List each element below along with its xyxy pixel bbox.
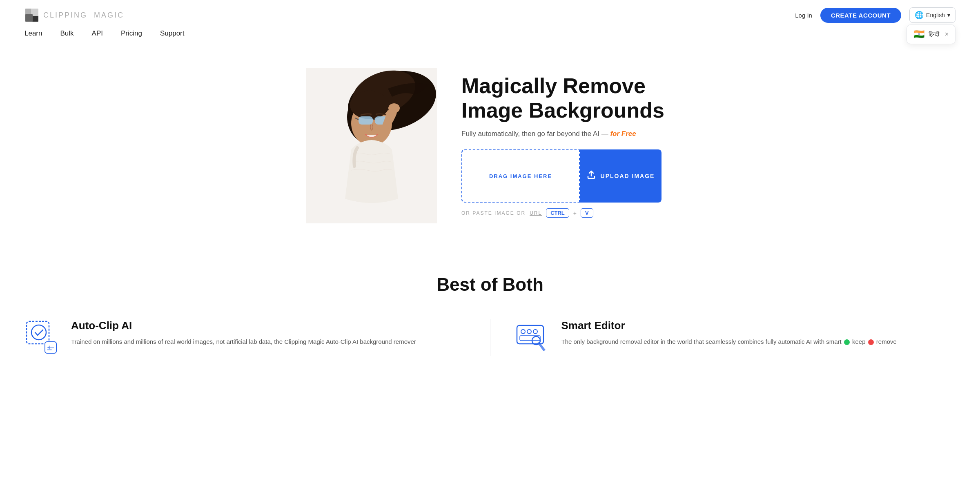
drag-image-zone[interactable]: DRAG IMAGE HERE [461, 149, 580, 203]
autoclip-icon [24, 319, 61, 356]
autoclip-title: Auto-Clip AI [71, 319, 416, 332]
svg-point-23 [521, 330, 525, 334]
language-label: English [926, 12, 945, 18]
svg-rect-11 [359, 116, 373, 125]
paste-row: OR PASTE IMAGE OR URL CTRL + V [461, 208, 674, 218]
svg-point-18 [31, 325, 46, 340]
paste-label: OR PASTE IMAGE OR [461, 210, 526, 216]
svg-point-25 [533, 330, 537, 334]
login-button[interactable]: Log In [795, 12, 812, 19]
smart-editor-content: Smart Editor The only background removal… [561, 319, 897, 347]
hero-woman-illustration [306, 68, 437, 223]
close-language-icon[interactable]: × [945, 31, 949, 38]
logo-text: CLIPPING MAGIC [43, 11, 124, 20]
nav-item-bulk[interactable]: Bulk [60, 29, 74, 38]
autoclip-icon-wrap [24, 319, 61, 356]
remove-dot-icon [868, 339, 874, 345]
hero-content: Magically Remove Image Backgrounds Fully… [461, 74, 674, 218]
best-of-both-title: Best of Both [24, 274, 956, 295]
globe-icon: 🌐 [915, 11, 924, 20]
ctrl-key-badge: CTRL [546, 208, 569, 218]
paste-url-link[interactable]: URL [530, 210, 542, 216]
best-of-both-section: Best of Both [0, 250, 980, 319]
plus-sign: + [573, 210, 577, 216]
smart-editor-title: Smart Editor [561, 319, 897, 332]
main-nav: Learn Bulk API Pricing Support [0, 23, 980, 38]
create-account-button[interactable]: CREATE ACCOUNT [820, 8, 901, 23]
svg-rect-21 [47, 349, 52, 350]
logo[interactable]: CLIPPING MAGIC [24, 8, 124, 22]
nav-item-support[interactable]: Support [160, 29, 185, 38]
v-key-badge: V [581, 208, 593, 218]
nav-item-pricing[interactable]: Pricing [121, 29, 142, 38]
keep-dot-icon [844, 339, 850, 345]
nav-item-api[interactable]: API [92, 29, 103, 38]
hero-section: Magically Remove Image Backgrounds Fully… [0, 38, 980, 250]
hindi-language-label: हिन्दी [929, 31, 939, 38]
smart-editor-description: The only background removal editor in th… [561, 337, 897, 347]
logo-icon [24, 8, 39, 22]
header: CLIPPING MAGIC Log In CREATE ACCOUNT 🌐 E… [0, 0, 980, 23]
nav-item-learn[interactable]: Learn [24, 29, 42, 38]
feature-divider [490, 319, 490, 356]
language-dropdown: 🇮🇳 हिन्दी × [906, 24, 956, 44]
upload-image-button[interactable]: UPLOAD IMAGE [580, 149, 662, 203]
feature-autoclip: Auto-Clip AI Trained on millions and mil… [24, 319, 466, 356]
india-flag-icon: 🇮🇳 [913, 29, 924, 40]
language-button[interactable]: 🌐 English ▾ [909, 7, 956, 23]
chevron-down-icon: ▾ [947, 12, 950, 18]
svg-rect-22 [517, 325, 543, 344]
feature-smart-editor: Smart Editor The only background removal… [515, 319, 956, 356]
autoclip-content: Auto-Clip AI Trained on millions and mil… [71, 319, 416, 347]
upload-button-label: UPLOAD IMAGE [601, 173, 655, 179]
svg-point-24 [527, 330, 531, 334]
smart-editor-icon [515, 319, 552, 356]
autoclip-description: Trained on millions and millions of real… [71, 337, 416, 347]
drag-image-label: DRAG IMAGE HERE [489, 173, 552, 179]
hero-image [306, 68, 437, 223]
header-right: Log In CREATE ACCOUNT 🌐 English ▾ [795, 7, 956, 23]
svg-rect-3 [25, 14, 33, 22]
svg-point-16 [388, 103, 400, 113]
features-section: Auto-Clip AI Trained on millions and mil… [0, 319, 980, 372]
svg-point-10 [350, 91, 389, 119]
hero-subtitle: Fully automatically, then go far beyond … [461, 130, 674, 138]
upload-icon [587, 170, 596, 182]
svg-rect-20 [47, 347, 54, 348]
smart-editor-icon-wrap [515, 319, 552, 356]
hero-title: Magically Remove Image Backgrounds [461, 74, 674, 123]
upload-area: DRAG IMAGE HERE UPLOAD IMAGE [461, 149, 662, 203]
for-free-text: for Free [610, 130, 636, 138]
